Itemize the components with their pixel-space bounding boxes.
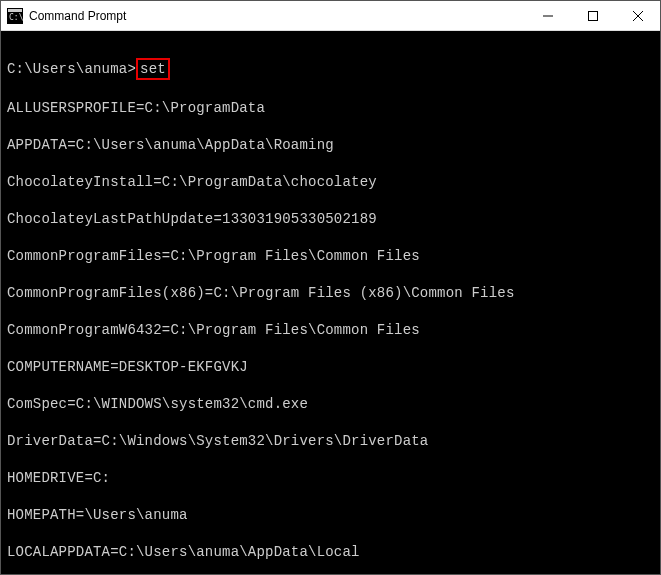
window-title: Command Prompt	[29, 9, 525, 23]
window-controls	[525, 1, 660, 30]
command-prompt-window: C:\ Command Prompt C:\Users\anuma>set AL…	[0, 0, 661, 575]
env-line: CommonProgramW6432=C:\Program Files\Comm…	[7, 321, 654, 340]
cmd-icon: C:\	[7, 8, 23, 24]
command-highlight: set	[136, 58, 170, 81]
env-line: HOMEDRIVE=C:	[7, 469, 654, 488]
svg-rect-1	[8, 9, 22, 12]
env-line: ALLUSERSPROFILE=C:\ProgramData	[7, 99, 654, 118]
env-line: LOCALAPPDATA=C:\Users\anuma\AppData\Loca…	[7, 543, 654, 562]
maximize-button[interactable]	[570, 1, 615, 30]
env-line: APPDATA=C:\Users\anuma\AppData\Roaming	[7, 136, 654, 155]
env-line: ChocolateyLastPathUpdate=133031905330502…	[7, 210, 654, 229]
env-line: ComSpec=C:\WINDOWS\system32\cmd.exe	[7, 395, 654, 414]
close-button[interactable]	[615, 1, 660, 30]
svg-rect-4	[588, 11, 597, 20]
prompt-path: C:\Users\anuma>	[7, 61, 136, 77]
env-line: CommonProgramFiles(x86)=C:\Program Files…	[7, 284, 654, 303]
command-text: set	[140, 61, 166, 77]
prompt-line: C:\Users\anuma>set	[7, 58, 654, 81]
env-line: HOMEPATH=\Users\anuma	[7, 506, 654, 525]
minimize-button[interactable]	[525, 1, 570, 30]
svg-text:C:\: C:\	[9, 13, 23, 22]
env-line: COMPUTERNAME=DESKTOP-EKFGVKJ	[7, 358, 654, 377]
env-line: ChocolateyInstall=C:\ProgramData\chocola…	[7, 173, 654, 192]
env-line: DriverData=C:\Windows\System32\Drivers\D…	[7, 432, 654, 451]
terminal-output[interactable]: C:\Users\anuma>set ALLUSERSPROFILE=C:\Pr…	[1, 31, 660, 574]
titlebar[interactable]: C:\ Command Prompt	[1, 1, 660, 31]
env-line: CommonProgramFiles=C:\Program Files\Comm…	[7, 247, 654, 266]
